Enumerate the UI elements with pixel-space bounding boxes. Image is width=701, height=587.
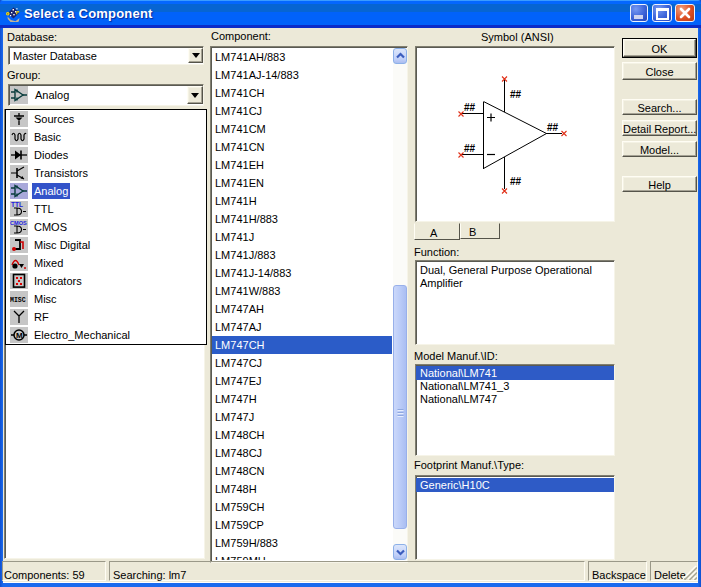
svg-text:##: ## — [510, 176, 522, 187]
svg-text:MISC: MISC — [10, 297, 26, 304]
svg-text:##: ## — [464, 102, 476, 113]
svg-text:##: ## — [510, 89, 522, 100]
svg-text:##: ## — [547, 122, 559, 133]
svg-text:CMOS: CMOS — [10, 220, 27, 226]
svg-text:M: M — [16, 331, 23, 340]
svg-text:TTL: TTL — [11, 201, 23, 208]
svg-text:##: ## — [464, 143, 476, 154]
